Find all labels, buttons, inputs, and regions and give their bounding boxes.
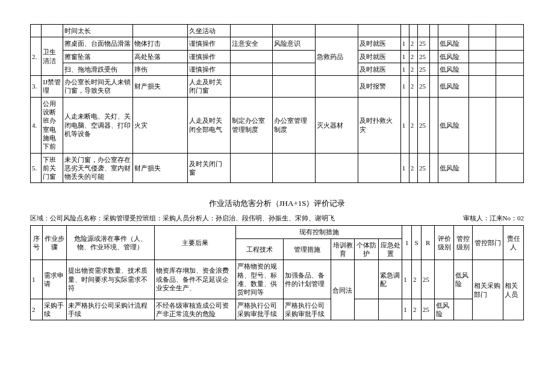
table-row: 时间太长 久坐活动 [31, 25, 524, 37]
table-row: 3. IJ禁管理 办公室长时间无人未锁门窗，导致失窃 财产损失 人走及时关闭门窗… [31, 76, 524, 98]
table-row: 1 需求申请 提出物资需求数量、技术质量、时间要求与实际需求不符 物资库存增加、… [31, 260, 524, 299]
hazard-cell: 时间太长 [63, 25, 132, 37]
table-row: 扫、拖地滑跌受伤 摔伤 谨慎操作 及时就医 1 2 25 低风险 [31, 63, 524, 75]
table-row: 2. 卫生清洁 擦桌面、台面物品滑落 物体打击 谨慎操作 注意安全 风险意识 急… [31, 37, 524, 50]
step-cell [42, 25, 63, 37]
header-row: 序号 作业步骤 危险源或潜在事件（人、物、作业环境、管理） 主要后果 现有控制措… [31, 226, 524, 238]
section-title: 作业活动危害分析（JHA+1S）评价记录 [30, 198, 524, 209]
table-row: 5. 下班前关门窗 未关门窗，办公室存在恶劣天气侵袭、室内财物丢失的可能 财产损… [31, 153, 524, 183]
meta-left: 区域：公司风险点名称：采购管理受控班组：采购人员分析人：孙启治、段伟明、孙振生、… [30, 214, 335, 223]
meta-line: 区域：公司风险点名称：采购管理受控班组：采购人员分析人：孙启治、段伟明、孙振生、… [30, 214, 524, 223]
meta-right: 审核人：江来No：02 [463, 214, 524, 223]
jha-table-1: 时间太长 久坐活动 2. 卫生清洁 擦桌面、台面物品滑落 物体打击 谨慎操作 注… [30, 24, 524, 183]
table-row: 4. 公用设断班办室电施电下前 人走未断电、关灯、关闭电脑、空调器、打印机等设备… [31, 97, 524, 153]
table-row: 擦窗坠落 高处坠落 谨慎操作 及时就医 1 2 25 低风险 [31, 50, 524, 63]
seq-cell [31, 25, 42, 37]
table-row: 2 采购手续 未严格执行公司采购计流程手续 不经各级审核造成公司资产非正常流失的… [31, 299, 524, 320]
jha-table-2: 序号 作业步骤 危险源或潜在事件（人、物、作业环境、管理） 主要后果 现有控制措… [30, 225, 524, 320]
